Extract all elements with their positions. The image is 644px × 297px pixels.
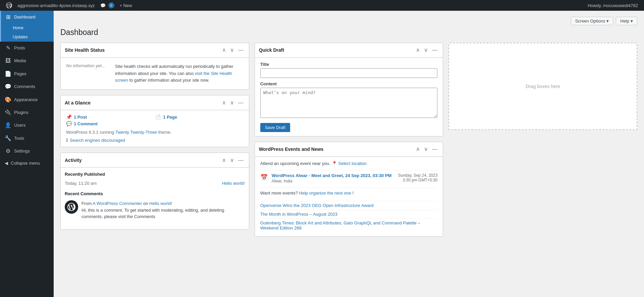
quick-draft-title: Quick Draft: [259, 47, 415, 53]
quick-draft-toggle[interactable]: —: [431, 47, 439, 53]
adminbar-site-name[interactable]: aggressive-armadillo-4pzee.instawp.xyz: [15, 0, 98, 11]
dashboard-icon: ⊞: [5, 13, 11, 21]
quick-draft-controls: ∧ ∨ —: [415, 47, 439, 53]
news-link-1[interactable]: Openverse Wins the 2023 OEG Open Infrast…: [260, 203, 374, 208]
theme-suffix: theme.: [158, 130, 172, 135]
events-collapse-down[interactable]: ∨: [423, 146, 429, 153]
site-health-collapse-down[interactable]: ∨: [229, 47, 235, 53]
site-health-collapse-up[interactable]: ∧: [221, 47, 227, 53]
sidebar-item-media[interactable]: 🖼 Media: [0, 54, 54, 67]
sidebar-updates-label: Updates: [13, 34, 28, 40]
site-health-body: No information yet... Site health checks…: [61, 58, 249, 89]
at-a-glance-header: At a Glance ∧ ∨ —: [61, 95, 249, 110]
help-organize-link[interactable]: Help organize the next one: [299, 190, 351, 196]
sidebar-item-appearance[interactable]: 🎨 Appearance: [0, 93, 54, 106]
activity-post-link[interactable]: Hello world!: [222, 181, 245, 186]
comment-post-link[interactable]: Hello world!: [149, 201, 172, 206]
adminbar-user: Howdy, mocuwuwedi4782: [585, 3, 641, 8]
sidebar-item-updates[interactable]: Updates: [0, 33, 54, 42]
sidebar-link-plugins[interactable]: 🔌 Plugins: [0, 106, 54, 119]
sidebar-dashboard-label: Dashboard: [14, 14, 36, 20]
at-glance-toggle[interactable]: —: [237, 99, 245, 106]
events-box: WordPress Events and News ∧ ∨ — Attend a…: [255, 142, 443, 237]
wp-version-text: WordPress 6.3.1 running: [66, 130, 115, 135]
sidebar-link-comments[interactable]: 💬 Comments: [0, 80, 54, 93]
collapse-menu[interactable]: ◀ Collapse menu: [0, 158, 54, 168]
at-glance-wp-info: WordPress 6.3.1 running Twenty Twenty-Th…: [66, 130, 244, 135]
sidebar-link-updates[interactable]: Updates: [0, 33, 54, 42]
events-toggle[interactable]: —: [431, 146, 439, 153]
post-count-link[interactable]: 1 Post: [74, 115, 87, 120]
sidebar-link-tools[interactable]: 🔧 Tools: [0, 132, 54, 145]
at-glance-collapse-down[interactable]: ∨: [229, 99, 235, 106]
activity-collapse-up[interactable]: ∧: [221, 157, 227, 164]
page-count-link[interactable]: 1 Page: [163, 115, 177, 120]
activity-toggle[interactable]: —: [237, 157, 245, 164]
adminbar-comments[interactable]: 💬 0: [98, 0, 117, 11]
sidebar-link-home[interactable]: Home: [0, 24, 54, 33]
quick-draft-collapse-down[interactable]: ∨: [423, 47, 429, 53]
event-details: WordPress Alwar - Meet and Greet, 24 Sep…: [272, 173, 392, 183]
events-title: WordPress Events and News: [259, 146, 415, 152]
activity-collapse-down[interactable]: ∨: [229, 157, 235, 164]
far-right-column: Drag boxes here: [448, 43, 637, 130]
sidebar-link-appearance[interactable]: 🎨 Appearance: [0, 93, 54, 106]
help-button[interactable]: Help ▾: [616, 17, 637, 25]
admin-menu: ⊞ Dashboard Home Updates: [0, 11, 54, 158]
sidebar-item-users[interactable]: 👤 Users: [0, 119, 54, 132]
adminbar-howdy[interactable]: Howdy, mocuwuwedi4782: [588, 3, 638, 8]
sidebar-item-plugins[interactable]: 🔌 Plugins: [0, 106, 54, 119]
theme-name-link[interactable]: Twenty Twenty-Three: [115, 130, 157, 135]
sidebar-link-dashboard[interactable]: ⊞ Dashboard: [0, 11, 54, 24]
site-health-toggle[interactable]: —: [237, 47, 245, 53]
at-glance-stats: 📌 1 Post 📄 1 Page 💬 1 Comment: [66, 114, 244, 126]
draft-title-input[interactable]: [260, 68, 438, 78]
event-date: Sunday, Sep 24, 2023: [398, 173, 437, 178]
sidebar-plugins-label: Plugins: [14, 110, 29, 116]
event-title-link[interactable]: WordPress Alwar - Meet and Greet, 24 Sep…: [272, 173, 392, 178]
sidebar-link-pages[interactable]: 📄 Pages: [0, 68, 54, 80]
screen-options-button[interactable]: Screen Options ▾: [571, 17, 613, 25]
site-health-title: Site Health Status: [65, 47, 221, 53]
dashboard-submenu: Home Updates: [0, 24, 54, 42]
save-draft-button[interactable]: Save Draft: [260, 123, 290, 132]
sidebar-item-tools[interactable]: 🔧 Tools: [0, 132, 54, 145]
appearance-icon: 🎨: [5, 96, 11, 103]
adminbar-new[interactable]: + New: [117, 0, 135, 11]
site-health-no-info: No information yet...: [66, 63, 110, 68]
screen-options-bar: Screen Options ▾ Help ▾: [60, 14, 637, 28]
comment-item: From A WordPress Commenter on Hello worl…: [65, 199, 245, 221]
sidebar-item-pages[interactable]: 📄 Pages: [0, 68, 54, 80]
search-engines-link[interactable]: Search engines discouraged: [70, 138, 125, 143]
settings-icon: ⚙: [5, 147, 11, 155]
sidebar-link-settings[interactable]: ⚙ Settings: [0, 145, 54, 158]
comment-count-link[interactable]: 1 Comment: [74, 121, 98, 126]
comments-count: 0: [108, 2, 114, 8]
sidebar-link-posts[interactable]: ✎ Posts: [0, 42, 54, 54]
at-glance-collapse-up[interactable]: ∧: [221, 99, 227, 106]
draft-content-input[interactable]: [260, 88, 438, 118]
adminbar-wp-logo[interactable]: [3, 0, 15, 11]
recent-comments-section: Recent Comments From A WordPress Comment…: [65, 191, 245, 221]
sidebar-settings-label: Settings: [14, 148, 30, 154]
comment-content: From A WordPress Commenter on Hello worl…: [82, 200, 245, 220]
comment-avatar: [65, 200, 78, 214]
admin-bar: aggressive-armadillo-4pzee.instawp.xyz 💬…: [0, 0, 644, 11]
sidebar-item-home[interactable]: Home: [0, 24, 54, 33]
quick-draft-collapse-up[interactable]: ∧: [415, 47, 421, 53]
events-collapse-up[interactable]: ∧: [415, 146, 421, 153]
commenter-name-link[interactable]: A WordPress Commenter: [93, 201, 142, 206]
news-link-2[interactable]: The Month in WordPress – August 2023: [260, 212, 337, 217]
sidebar-item-posts[interactable]: ✎ Posts: [0, 42, 54, 54]
sidebar-link-users[interactable]: 👤 Users: [0, 119, 54, 132]
wrap: Screen Options ▾ Help ▾ Dashboard Site: [60, 11, 637, 242]
comment-at-glance-icon: 💬: [66, 121, 72, 126]
select-location-link[interactable]: Select location: [338, 161, 367, 166]
sidebar-item-comments[interactable]: 💬 Comments: [0, 80, 54, 93]
sidebar-link-media[interactable]: 🖼 Media: [0, 54, 54, 67]
event-location: Alwar, India: [272, 179, 392, 183]
sidebar-item-dashboard[interactable]: ⊞ Dashboard Home Updates: [0, 11, 54, 42]
news-link-3[interactable]: Gutenberg Times: Block Art and Attribute…: [260, 220, 420, 230]
screen-options-caret: ▾: [606, 18, 609, 24]
sidebar-item-settings[interactable]: ⚙ Settings: [0, 145, 54, 158]
